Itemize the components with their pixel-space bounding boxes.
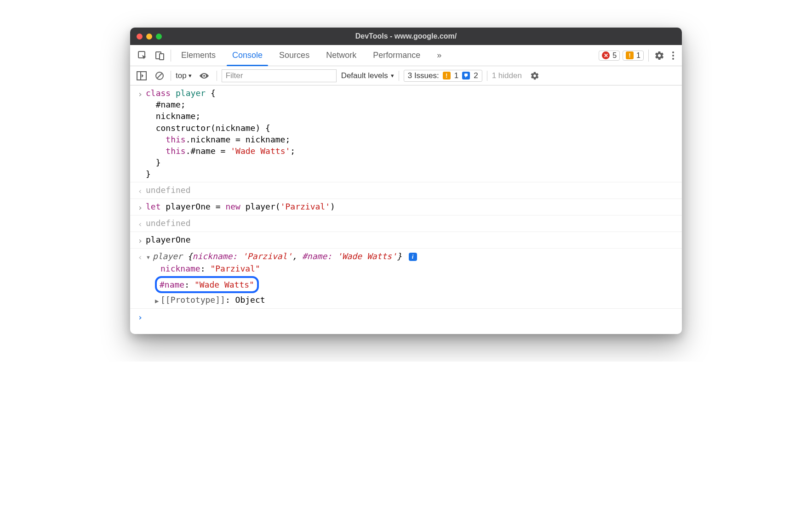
svg-point-4 [672,55,674,57]
minimize-window-button[interactable] [146,34,152,40]
console-output-row: ‹ player {nickname: 'Parzival', #name: '… [130,249,682,308]
hidden-count: 1 hidden [492,71,522,80]
code-block: class player { #name; nickname; construc… [146,87,677,180]
prompt-marker-icon: › [135,311,146,323]
warnings-count: 1 [636,51,640,60]
output-marker-icon: ‹ [135,250,146,306]
console-toolbar: top ▾ Filter Default levels ▾ 3 Issues: … [130,66,682,85]
issues-warn-count: 1 [454,71,458,80]
tab-elements[interactable]: Elements [173,45,224,66]
log-levels-selector[interactable]: Default levels ▾ [341,71,394,80]
levels-label: Default levels [341,71,388,80]
console-output-row: ‹ undefined [130,182,682,199]
fullscreen-window-button[interactable] [156,34,162,40]
code-line: playerOne [146,234,677,246]
errors-badge[interactable]: ✕ 5 [599,51,620,61]
live-expression-icon[interactable] [196,72,212,80]
inspect-element-icon[interactable] [134,45,151,66]
input-marker-icon: › [135,87,146,180]
object-prototype[interactable]: [[Prototype]]: Object [155,294,677,306]
output-marker-icon: ‹ [135,217,146,230]
context-value: top [176,71,187,80]
warning-icon: ! [626,51,634,59]
warnings-badge[interactable]: ! 1 [623,51,644,61]
device-toolbar-icon[interactable] [151,45,169,66]
filter-placeholder: Filter [226,71,243,80]
undefined-value: undefined [146,185,191,195]
devtools-window: DevTools - www.google.com/ Elements Cons… [130,28,682,334]
input-marker-icon: › [135,201,146,213]
error-icon: ✕ [602,51,610,59]
console-settings-gear-icon[interactable] [526,71,543,80]
expand-toggle-icon[interactable] [155,294,159,306]
tab-console[interactable]: Console [224,45,271,66]
svg-rect-7 [137,72,141,80]
console-input-row[interactable]: › class player { #name; nickname; constr… [130,85,682,182]
object-property[interactable]: nickname: "Parzival" [155,262,677,275]
console-input[interactable] [146,311,677,323]
errors-count: 5 [612,51,617,60]
console-input-row[interactable]: › playerOne [130,232,682,249]
svg-point-3 [672,51,674,53]
info-icon [462,72,470,79]
expand-toggle-icon[interactable] [146,251,151,262]
issues-button[interactable]: 3 Issues: ! 1 2 [404,70,482,82]
caret-down-icon: ▾ [189,72,192,79]
svg-rect-11 [464,74,468,76]
warning-icon: ! [443,72,451,79]
undefined-value: undefined [146,218,191,228]
caret-down-icon: ▾ [391,72,394,79]
close-window-button[interactable] [137,34,143,40]
console-prompt-row[interactable]: › [130,308,682,325]
sidebar-toggle-icon[interactable] [135,71,149,80]
svg-rect-2 [160,54,164,60]
tab-performance[interactable]: Performance [365,45,429,66]
main-tabbar: Elements Console Sources Network Perform… [130,45,682,66]
svg-point-5 [672,58,674,60]
svg-line-9 [157,74,162,78]
clear-console-icon[interactable] [153,71,166,80]
console-output-row: ‹ undefined [130,215,682,232]
svg-point-10 [203,75,205,77]
console-input-row[interactable]: › let playerOne = new player('Parzival') [130,199,682,215]
input-marker-icon: › [135,234,146,246]
object-preview[interactable]: player {nickname: 'Parzival', #name: 'Wa… [146,250,677,306]
tab-network[interactable]: Network [318,45,365,66]
object-expanded: nickname: "Parzival" #name: "Wade Watts"… [146,262,677,306]
highlight-callout: #name: "Wade Watts" [155,276,259,293]
issues-info-count: 2 [474,71,478,80]
object-private-property[interactable]: #name: "Wade Watts" [155,276,677,294]
issues-label: 3 Issues: [408,71,439,80]
more-options-icon[interactable] [668,51,678,61]
settings-gear-icon[interactable] [651,51,668,61]
titlebar: DevTools - www.google.com/ [130,28,682,45]
traffic-lights [137,34,162,40]
info-icon[interactable]: i [409,253,417,261]
window-title: DevTools - www.google.com/ [130,32,682,40]
code-line: let playerOne = new player('Parzival') [146,201,677,213]
tabs-overflow-button[interactable]: » [429,45,450,66]
tab-sources[interactable]: Sources [271,45,318,66]
output-marker-icon: ‹ [135,184,146,197]
filter-input[interactable]: Filter [222,69,337,82]
console-output: › class player { #name; nickname; constr… [130,85,682,334]
context-selector[interactable]: top ▾ [176,71,192,80]
